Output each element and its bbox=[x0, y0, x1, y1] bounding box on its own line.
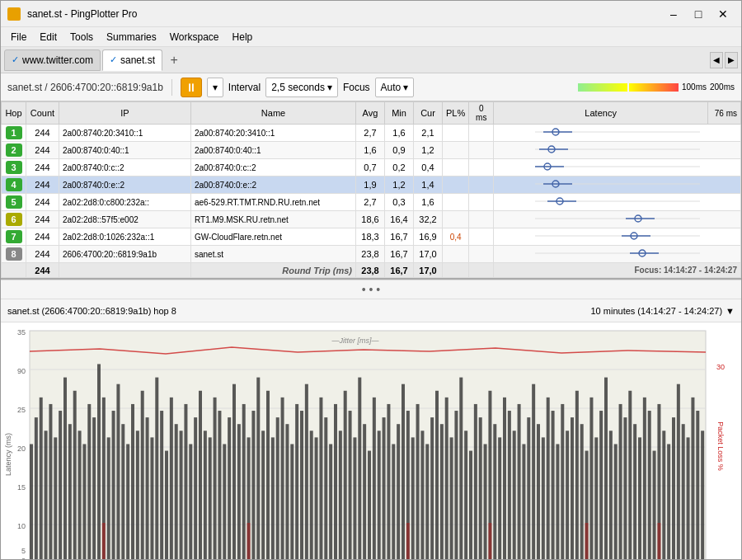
cell-latency-7 bbox=[494, 246, 741, 263]
table-row[interactable]: 8 244 2606:4700:20::6819:9a1b sanet.st 2… bbox=[2, 246, 741, 263]
menu-workspace[interactable]: Workspace bbox=[163, 30, 226, 45]
svg-rect-146 bbox=[527, 417, 530, 560]
footer-cur: 17,0 bbox=[414, 263, 443, 278]
tab-label-twitter: www.twitter.com bbox=[22, 54, 93, 66]
svg-rect-115 bbox=[378, 431, 381, 560]
svg-rect-63 bbox=[126, 444, 129, 560]
cell-name-4: ae6-529.RT.TMT.RND.RU.retn.net bbox=[191, 194, 356, 211]
table-row[interactable]: 1 244 2a00:8740:20:3410::1 2a00:8740:20:… bbox=[2, 125, 741, 142]
svg-rect-67 bbox=[146, 417, 149, 560]
svg-rect-145 bbox=[522, 444, 525, 560]
interval-dropdown[interactable]: 2,5 seconds ▾ bbox=[265, 78, 338, 97]
table-row[interactable]: 3 244 2a00:8740:0:c::2 2a00:8740:0:c::2 … bbox=[2, 159, 741, 176]
table-row[interactable]: 5 244 2a02:2d8:0:c800:232a:: ae6-529.RT.… bbox=[2, 194, 741, 211]
svg-rect-124 bbox=[420, 431, 424, 560]
cell-ip-1: 2a00:8740:0:40::1 bbox=[59, 142, 191, 159]
svg-rect-162 bbox=[604, 378, 608, 560]
svg-rect-95 bbox=[281, 398, 284, 560]
svg-rect-69 bbox=[155, 378, 158, 560]
svg-text:25: 25 bbox=[17, 406, 26, 414]
table-row[interactable]: 4 244 2a00:8740:0:e::2 2a00:8740:0:e::2 … bbox=[2, 176, 741, 194]
divider-dots[interactable]: • • • bbox=[1, 280, 741, 299]
svg-rect-141 bbox=[503, 398, 506, 560]
svg-rect-84 bbox=[228, 417, 231, 560]
svg-text:90: 90 bbox=[17, 367, 26, 375]
svg-rect-114 bbox=[373, 398, 376, 560]
menu-edit[interactable]: Edit bbox=[33, 30, 63, 45]
svg-rect-54 bbox=[82, 444, 86, 560]
menu-summaries[interactable]: Summaries bbox=[100, 30, 163, 45]
cell-pl-5 bbox=[443, 211, 469, 228]
table-row[interactable]: 6 244 2a02:2d8::57f5:e002 RT1.M9.MSK.RU.… bbox=[2, 211, 741, 228]
latency-bar-svg-7 bbox=[535, 247, 700, 259]
toolbar: sanet.st / 2606:4700:20::6819:9a1b ⏸ ▾ I… bbox=[1, 73, 741, 101]
tab-sanet[interactable]: ✓ sanet.st bbox=[102, 49, 162, 71]
maximize-button[interactable]: □ bbox=[687, 5, 710, 23]
svg-rect-82 bbox=[218, 411, 221, 560]
svg-rect-45 bbox=[40, 398, 43, 560]
svg-rect-76 bbox=[189, 444, 192, 560]
svg-rect-143 bbox=[513, 431, 516, 560]
scale-bar bbox=[578, 83, 679, 92]
svg-rect-134 bbox=[469, 451, 472, 560]
cell-min-3: 1,2 bbox=[385, 176, 414, 194]
tab-add-button[interactable]: + bbox=[164, 50, 184, 70]
tab-twitter[interactable]: ✓ www.twitter.com bbox=[4, 49, 101, 71]
scale-red-segment bbox=[629, 83, 679, 92]
footer-empty2 bbox=[59, 263, 191, 278]
interval-label: Interval bbox=[228, 82, 261, 93]
pause-dropdown-button[interactable]: ▾ bbox=[207, 78, 223, 97]
svg-rect-73 bbox=[175, 424, 178, 560]
table-row[interactable]: 7 244 2a02:2d8:0:1026:232a::1 GW-CloudFl… bbox=[2, 228, 741, 246]
cell-pl-2 bbox=[443, 159, 469, 176]
svg-rect-107 bbox=[339, 431, 342, 560]
svg-rect-126 bbox=[430, 417, 434, 560]
cell-name-5: RT1.M9.MSK.RU.retn.net bbox=[191, 211, 356, 228]
svg-rect-113 bbox=[368, 451, 371, 560]
svg-text:30: 30 bbox=[716, 363, 725, 371]
tab-prev-button[interactable]: ◀ bbox=[710, 52, 723, 68]
svg-rect-70 bbox=[160, 411, 163, 560]
cell-latency-6 bbox=[494, 228, 741, 246]
svg-rect-101 bbox=[310, 431, 313, 560]
cell-pl-3 bbox=[443, 176, 469, 194]
chart-svg: 35 90 25 20 15 10 5 0 Latency (ms) —Jitt… bbox=[1, 322, 741, 560]
cell-latency-1 bbox=[494, 142, 741, 159]
cell-name-3: 2a00:8740:0:e::2 bbox=[191, 176, 356, 194]
svg-rect-166 bbox=[623, 417, 627, 560]
pause-button[interactable]: ⏸ bbox=[181, 78, 202, 97]
cell-ip-0: 2a00:8740:20:3410::1 bbox=[59, 125, 191, 142]
cell-cur-6: 16,9 bbox=[414, 228, 443, 246]
latency-bar-svg-6 bbox=[535, 230, 700, 242]
cell-bar-7 bbox=[469, 246, 494, 263]
svg-rect-111 bbox=[358, 378, 361, 560]
col-avg: Avg bbox=[356, 102, 385, 125]
cell-pl-7 bbox=[443, 246, 469, 263]
cell-name-1: 2a00:8740:0:40::1 bbox=[191, 142, 356, 159]
close-button[interactable]: ✕ bbox=[711, 5, 735, 23]
minimize-button[interactable]: – bbox=[662, 5, 685, 23]
svg-rect-52 bbox=[73, 391, 77, 560]
svg-rect-139 bbox=[493, 424, 496, 560]
latency-scale: 100ms 200ms bbox=[578, 82, 735, 92]
svg-rect-66 bbox=[141, 391, 144, 560]
svg-text:0: 0 bbox=[21, 557, 26, 560]
svg-rect-56 bbox=[92, 417, 96, 560]
menu-help[interactable]: Help bbox=[226, 30, 260, 45]
cell-bar-5 bbox=[469, 211, 494, 228]
svg-rect-163 bbox=[609, 431, 613, 560]
cell-hop-6: 7 bbox=[2, 228, 26, 246]
pause-dropdown-arrow: ▾ bbox=[213, 82, 218, 93]
cell-pl-1 bbox=[443, 142, 469, 159]
menu-tools[interactable]: Tools bbox=[63, 30, 100, 45]
svg-rect-133 bbox=[464, 431, 467, 560]
svg-rect-112 bbox=[363, 424, 366, 560]
menu-file[interactable]: File bbox=[4, 30, 33, 45]
cell-avg-2: 0,7 bbox=[356, 159, 385, 176]
focus-dropdown[interactable]: Auto ▾ bbox=[375, 78, 415, 97]
svg-rect-49 bbox=[59, 411, 62, 560]
svg-rect-51 bbox=[68, 424, 72, 560]
table-row[interactable]: 2 244 2a00:8740:0:40::1 2a00:8740:0:40::… bbox=[2, 142, 741, 159]
chart-range-arrow[interactable]: ▼ bbox=[726, 306, 735, 316]
tab-next-button[interactable]: ▶ bbox=[725, 52, 738, 68]
